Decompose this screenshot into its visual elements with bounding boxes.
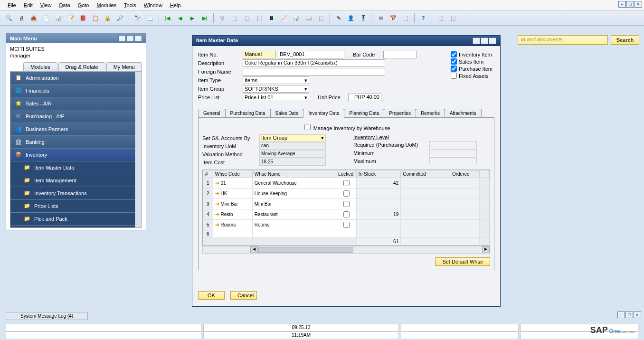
tool6-icon[interactable]: ⬚ [448,13,458,23]
menu-help[interactable]: Help [166,1,185,9]
menu-goto[interactable]: Goto [74,1,93,9]
panel-close-icon[interactable]: × [134,35,142,42]
mail-icon[interactable]: ✉ [376,13,386,23]
item-type-select[interactable]: Items▾ [243,76,309,84]
new-icon[interactable]: 📃 [145,13,155,23]
prev-icon[interactable]: ◀ [175,13,185,23]
find-icon[interactable]: 🔎 [115,13,125,23]
check-purchase[interactable] [451,66,457,72]
tool4-icon[interactable]: ⬚ [316,13,326,23]
locked-checkbox[interactable] [343,201,350,207]
minimize-icon[interactable]: − [618,1,626,8]
link-arrow-icon[interactable]: ➜ [215,211,219,217]
menu-tools[interactable]: Tools [120,1,140,9]
print-icon[interactable]: 🖨 [16,13,27,23]
nav-item-master[interactable]: 📁Item Master Data [10,161,142,174]
locked-checkbox[interactable] [343,211,350,217]
link-arrow-icon[interactable]: ➜ [215,190,219,196]
locked-checkbox[interactable] [343,180,350,186]
val-method-input[interactable]: Moving Average [259,151,326,158]
check-inventory[interactable] [451,51,457,57]
table-row[interactable]: 4 ➜ Resto Restaurant 19 [203,209,490,220]
book-icon[interactable]: 📖 [303,13,314,23]
menu-window[interactable]: Window [140,1,166,9]
ws-maximize-icon[interactable]: □ [625,312,633,318]
win-close-icon[interactable]: × [489,38,496,44]
tab-remarks[interactable]: Remarks [416,109,445,117]
win-maximize-icon[interactable]: □ [481,38,488,44]
nav-scrollbar[interactable] [135,72,142,227]
tab-purchasing[interactable]: Purchasing Data [225,109,271,117]
send-icon[interactable]: 📤 [28,13,39,23]
win-minimize-icon[interactable]: − [473,38,480,44]
tool5-icon[interactable]: ⬚ [436,13,446,23]
menu-modules[interactable]: Modules [93,1,120,9]
tab-sales-data[interactable]: Sales Data [270,109,304,117]
cancel-button[interactable]: Cancel [230,291,257,300]
chart-icon[interactable]: 📊 [291,13,302,23]
menu-data[interactable]: Data [55,1,74,9]
set-default-whse-button[interactable]: Set Default Whse [435,257,490,266]
desc-input[interactable]: Coke Regular in Can 330ml (24cans/bx) [243,59,385,67]
nav-sales[interactable]: ⭐Sales - A/R [10,97,142,110]
nav-item-mgmt[interactable]: 📁Item Management [10,174,142,187]
last-icon[interactable]: ▶| [199,13,210,23]
tab-attachments[interactable]: Attachments [445,109,482,117]
maximum-input[interactable] [429,157,477,164]
nav-financials[interactable]: 🌐Financials [10,85,142,97]
search-input[interactable]: ta and documents [518,35,608,45]
nav-inv-reports[interactable]: 📁Inventory Reports [10,226,142,228]
word-icon[interactable]: 📝 [66,13,76,23]
col-stock[interactable]: In Stock [356,170,400,178]
tool1-icon[interactable]: ⬚ [229,13,240,23]
edit-icon[interactable]: ✎ [333,13,344,23]
link-arrow-icon[interactable]: ➜ [215,222,219,227]
check-fixed-assets[interactable] [451,73,457,79]
check-sales[interactable] [451,58,457,65]
set-gl-select[interactable]: Item Group▾ [259,134,326,142]
item-cost-input[interactable]: 18.25 [259,159,326,166]
system-message-log[interactable]: System Message Log (4) [6,312,88,320]
locked-checkbox[interactable] [343,190,350,197]
nav-administration[interactable]: 📋Administration [10,72,142,85]
col-committed[interactable]: Committed [401,170,450,178]
col-num[interactable]: # [203,170,213,178]
ws-close-icon[interactable]: × [634,312,641,318]
doc2-icon[interactable]: 📋 [90,13,101,23]
foreign-input[interactable] [243,68,385,76]
nav-inventory[interactable]: 📦Inventory [10,149,142,161]
tab-properties[interactable]: Properties [384,109,416,117]
report-icon[interactable]: 📈 [279,13,289,23]
search-button[interactable]: Search [611,35,639,45]
table-row[interactable]: 2 ➜ HK House Keeping [203,189,490,199]
unit-price-input[interactable]: PHP 40.00 [348,94,381,101]
nav-inv-trans[interactable]: 📁Inventory Transactions [10,187,142,200]
table-row[interactable]: 6 [203,230,490,238]
uom-input[interactable]: can [259,142,326,150]
calc-icon[interactable]: 🖩 [266,13,277,23]
excel-icon[interactable]: 📊 [53,13,64,23]
nav-pick-pack[interactable]: 📁Pick and Pack [10,213,142,226]
price-list-select[interactable]: Price List 01▾ [243,94,309,101]
tool2-icon[interactable]: ⬚ [242,13,252,23]
binoculars-icon[interactable]: 🔭 [133,13,143,23]
barcode-input[interactable] [383,51,417,58]
table-row[interactable]: 5 ➜ Rooms Rooms [203,220,490,230]
lock-icon[interactable]: 🔒 [103,13,113,23]
required-input[interactable] [429,141,477,148]
tab-my-menu[interactable]: My Menu [106,62,142,71]
check-manage-whse[interactable] [304,124,311,130]
nav-bp[interactable]: 👥Business Partners [10,123,142,136]
db-icon[interactable]: 🗄 [358,13,369,23]
table-hscroll[interactable]: ◀ ▶ [202,246,490,254]
ok-button[interactable]: OK [198,291,225,300]
col-code[interactable]: Whse Code [213,170,252,178]
pdf-icon[interactable]: 📕 [78,13,88,23]
col-name[interactable]: Whse Name [252,170,336,178]
scroll-right-icon[interactable]: ▶ [482,246,490,253]
item-no-mode[interactable]: Manual [243,51,276,58]
item-group-select[interactable]: SOFTDRINKS▾ [243,85,309,93]
menu-view[interactable]: View [37,1,56,9]
org-icon[interactable]: ⬚ [400,13,411,23]
tab-general[interactable]: General [198,109,226,117]
